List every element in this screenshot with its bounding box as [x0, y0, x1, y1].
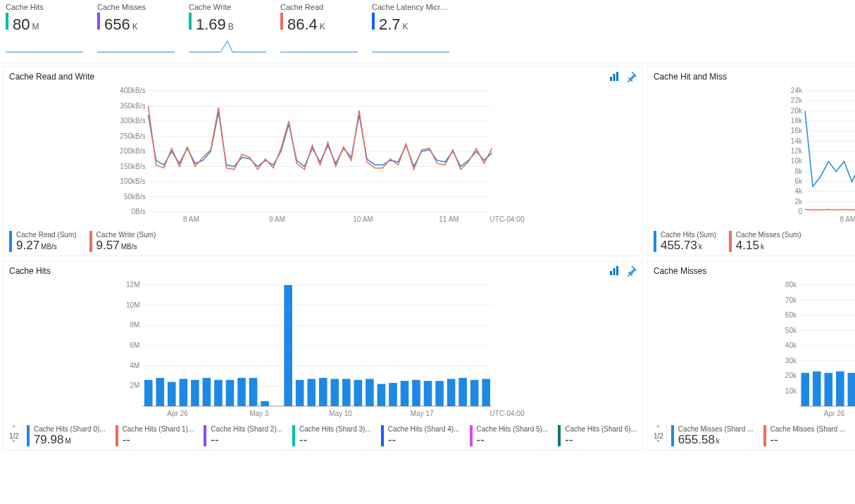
legend-color-bar: [470, 425, 473, 446]
legend-item[interactable]: Cache Misses (Shard ... --: [763, 425, 846, 447]
kpi-value: 80: [13, 15, 30, 34]
legend-color-bar: [654, 231, 656, 252]
bar-chart-icon[interactable]: [609, 265, 620, 277]
legend-name: Cache Hits (Shard 3)...: [299, 425, 371, 433]
svg-text:0: 0: [798, 208, 802, 215]
svg-text:9 AM: 9 AM: [269, 215, 285, 223]
legend-item[interactable]: Cache Hits (Shard 5)... --: [470, 425, 549, 447]
svg-rect-94: [249, 378, 258, 406]
legend-value: 455.73k: [661, 239, 716, 253]
svg-text:350kB/s: 350kB/s: [120, 102, 145, 110]
legend-pager[interactable]: ˄ 1/2 ˅: [9, 425, 23, 447]
svg-rect-98: [296, 380, 304, 406]
kpi-label: Cache Misses: [97, 3, 175, 11]
legend-value: --: [477, 433, 549, 447]
legend-pager[interactable]: ˄ 1/2 ˅: [654, 425, 667, 447]
kpi-label: Cache Write: [189, 3, 266, 11]
legend-item[interactable]: Cache Hits (Shard 3)... --: [292, 425, 371, 447]
legend-color-bar: [558, 425, 561, 446]
svg-rect-6: [616, 72, 618, 81]
chart-grid: Cache Read and Write 0B/s50kB/s100kB/s15…: [0, 63, 855, 453]
svg-rect-102: [342, 379, 351, 406]
kpi-value: 2.7: [379, 15, 401, 34]
panel-cache-hits: Cache Hits 2M4M6M8M10M12MApr 26May 3May …: [3, 260, 643, 451]
svg-text:200kB/s: 200kB/s: [120, 147, 145, 155]
svg-text:250kB/s: 250kB/s: [120, 132, 145, 140]
legend-name: Cache Misses (Sum): [736, 231, 801, 239]
svg-text:24k: 24k: [791, 87, 803, 94]
legend-color-bar: [671, 425, 674, 446]
kpi-unit: K: [132, 22, 138, 32]
svg-text:18k: 18k: [791, 117, 803, 125]
kpi-card: Cache Hits 80 M: [6, 3, 83, 57]
legend-value: --: [565, 433, 637, 447]
panel-cache-misses: Cache Misses 10k20k30k40k50k60k70k80kApr…: [647, 260, 855, 451]
bar-chart-icon[interactable]: [609, 71, 620, 82]
svg-text:22k: 22k: [791, 96, 803, 104]
svg-rect-99: [307, 379, 316, 406]
legend-item[interactable]: Cache Misses (Sum) 4.15k: [729, 231, 801, 253]
svg-rect-66: [616, 266, 618, 275]
legend: Cache Read (Sum) 9.27MB/s Cache Write (S…: [9, 231, 637, 253]
line-chart-rw: 0B/s50kB/s100kB/s150kB/s200kB/s250kB/s30…: [9, 85, 637, 226]
svg-rect-90: [203, 378, 211, 406]
svg-rect-85: [144, 380, 153, 406]
svg-rect-113: [470, 380, 479, 406]
svg-text:8 AM: 8 AM: [840, 215, 855, 223]
pin-icon[interactable]: [625, 71, 637, 82]
legend-item[interactable]: Cache Hits (Shard 4)... --: [381, 425, 460, 447]
legend-item[interactable]: Cache Hits (Shard 6)... --: [558, 425, 637, 447]
legend-item[interactable]: Cache Hits (Shard 0)... 79.98M: [27, 425, 106, 447]
svg-text:8k: 8k: [794, 168, 803, 175]
pin-icon[interactable]: [625, 265, 637, 277]
svg-text:UTC-04:00: UTC-04:00: [490, 215, 525, 223]
legend-name: Cache Misses (Shard ...: [770, 425, 846, 433]
svg-rect-111: [447, 379, 456, 406]
legend-value: 79.98M: [34, 433, 106, 447]
kpi-value: 656: [104, 15, 130, 34]
svg-text:6k: 6k: [794, 177, 803, 185]
svg-rect-92: [226, 380, 235, 406]
legend-item[interactable]: Cache Write (Sum) 9.57MB/s: [89, 231, 156, 253]
chevron-up-icon[interactable]: ˄: [12, 425, 15, 432]
svg-text:100kB/s: 100kB/s: [120, 177, 145, 185]
legend-item[interactable]: Cache Read (Sum) 9.27MB/s: [9, 231, 77, 253]
legend-color-bar: [116, 425, 118, 446]
legend-item[interactable]: Cache Misses (Shard ... 655.58k: [671, 425, 754, 447]
chevron-down-icon[interactable]: ˅: [656, 440, 660, 447]
svg-text:2M: 2M: [130, 382, 140, 389]
panel-cache-read-write: Cache Read and Write 0B/s50kB/s100kB/s15…: [3, 66, 643, 256]
legend-color-bar: [204, 425, 206, 446]
chevron-down-icon[interactable]: ˅: [12, 440, 15, 447]
legend-color-bar: [729, 231, 732, 252]
legend-item[interactable]: Cache Hits (Shard 1)... --: [116, 425, 194, 447]
legend-value: 9.27MB/s: [16, 239, 77, 253]
legend-name: Cache Misses (Shard ...: [678, 425, 754, 433]
svg-rect-110: [435, 381, 444, 406]
svg-text:May 3: May 3: [249, 410, 269, 417]
legend-item[interactable]: Cache Hits (Sum) 455.73k: [654, 231, 716, 253]
svg-text:50k: 50k: [785, 327, 797, 334]
svg-text:14k: 14k: [791, 137, 803, 145]
kpi-color-bar: [372, 13, 375, 30]
panel-title: Cache Read and Write: [9, 72, 94, 82]
svg-text:May 17: May 17: [411, 410, 434, 417]
svg-text:80k: 80k: [785, 281, 797, 289]
svg-rect-87: [168, 382, 176, 406]
kpi-unit: M: [32, 22, 39, 32]
svg-rect-97: [284, 285, 292, 406]
kpi-value: 86.4: [287, 15, 318, 34]
kpi-color-bar: [97, 13, 100, 30]
svg-rect-112: [458, 378, 467, 406]
legend-item[interactable]: Cache Hits (Shard 2)... --: [204, 425, 282, 447]
svg-rect-105: [377, 384, 386, 406]
chevron-up-icon[interactable]: ˄: [656, 425, 660, 432]
svg-text:300kB/s: 300kB/s: [120, 117, 145, 125]
svg-rect-107: [401, 381, 409, 406]
legend-name: Cache Hits (Shard 1)...: [123, 425, 194, 433]
svg-text:Apr 26: Apr 26: [167, 410, 188, 417]
svg-rect-114: [482, 379, 490, 406]
legend-value: --: [211, 433, 282, 447]
kpi-color-bar: [189, 13, 192, 30]
panel-title: Cache Hit and Miss: [654, 72, 727, 82]
